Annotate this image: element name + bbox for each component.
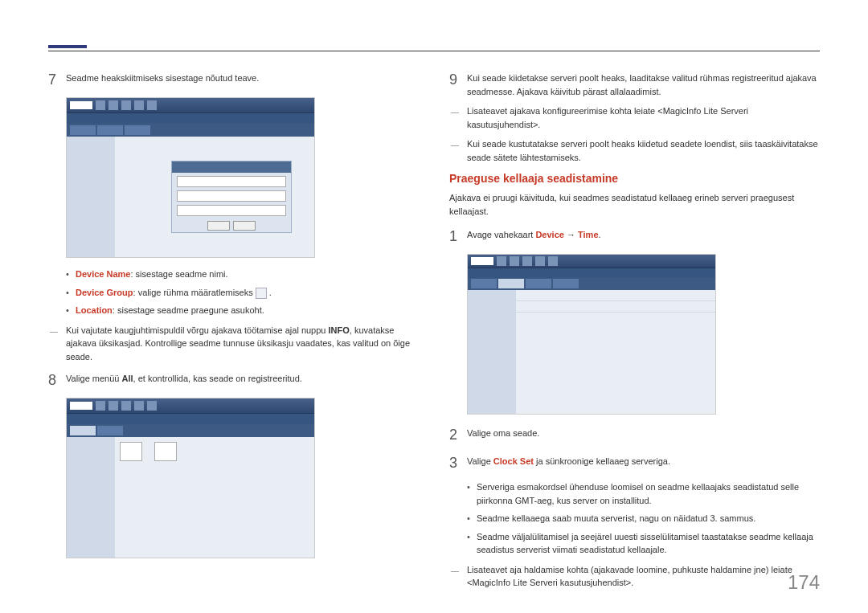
step-text: Avage vahekaart Device → Time. <box>467 226 820 247</box>
app-logo <box>70 101 92 109</box>
bullet-device-name: Device Name: sisestage seadme nimi. <box>66 268 419 281</box>
ss-sidebar <box>67 437 115 558</box>
page-content: 7 Seadme heakskiitmiseks sisestage nõutu… <box>0 0 868 613</box>
dialog-title <box>172 161 291 173</box>
step-3: 3 Valige Clock Set ja sünkroonige kellaa… <box>449 452 820 474</box>
ss-sidebar <box>67 137 115 257</box>
ss-toolbar <box>67 112 314 124</box>
ss-tab <box>471 279 497 288</box>
step-9: 9 Kui seade kiidetakse serveri poolt hea… <box>449 69 820 98</box>
ss-tabs <box>67 424 314 437</box>
ss-titlebar <box>67 398 314 413</box>
step-text: Kui seade kiidetakse serveri poolt heaks… <box>467 69 820 98</box>
toolbar-icon <box>108 100 118 110</box>
step-2: 2 Valige oma seade. <box>449 424 820 446</box>
step-number: 7 <box>48 69 66 91</box>
step-text: Valige menüü All, et kontrollida, kas se… <box>66 370 419 391</box>
ss-body <box>67 137 314 257</box>
toolbar-icon <box>134 401 144 411</box>
ss-tab <box>70 426 96 435</box>
toolbar-icon <box>522 256 532 266</box>
ss-tab <box>97 125 123 135</box>
ss-tabs <box>67 124 314 137</box>
step-text: Seadme heakskiitmiseks sisestage nõutud … <box>66 69 419 91</box>
toolbar-icon <box>96 401 105 411</box>
approve-dialog <box>171 161 292 233</box>
toolbar-icon <box>121 401 131 411</box>
header-rule <box>48 39 820 51</box>
ss-main <box>115 437 314 558</box>
ss-tab <box>70 125 96 135</box>
clock-bullets: Serveriga esmakordsel ühenduse loomisel … <box>449 480 820 557</box>
note-delete: Kui seade kustutatakse serveri poolt hea… <box>449 137 820 164</box>
step-text: Valige Clock Set ja sünkroonige kellaaeg… <box>467 452 820 474</box>
ss-tab <box>553 279 579 288</box>
screenshot-approve-dialog <box>66 97 315 258</box>
device-thumb <box>154 442 177 461</box>
field-bullets: Device Name: sisestage seadme nimi. Devi… <box>48 268 419 317</box>
ss-tab <box>97 426 123 435</box>
bullet: Seadme väljalülitamisel ja seejärel uues… <box>467 530 820 557</box>
step-7: 7 Seadme heakskiitmiseks sisestage nõutu… <box>48 69 419 91</box>
step-number: 3 <box>449 452 467 474</box>
toolbar-icon <box>497 256 506 266</box>
device-thumb <box>120 442 142 461</box>
section-intro: Ajakava ei pruugi käivituda, kui seadmes… <box>449 191 820 218</box>
step-number: 8 <box>48 370 66 391</box>
screenshot-device-time <box>467 254 716 415</box>
step-1: 1 Avage vahekaart Device → Time. <box>449 226 820 247</box>
dialog-field <box>177 190 286 202</box>
ss-titlebar <box>67 98 314 112</box>
section-heading: Praeguse kellaaja seadistamine <box>449 172 820 185</box>
ss-body <box>468 290 715 414</box>
left-column: 7 Seadme heakskiitmiseks sisestage nõutu… <box>48 69 419 596</box>
ss-main <box>516 290 715 414</box>
screenshot-all-menu <box>66 398 315 558</box>
bullet-location: Location: sisestage seadme praegune asuk… <box>66 304 419 317</box>
bullet-device-group: Device Group: valige rühma määratlemisek… <box>66 286 419 300</box>
toolbar-icon <box>96 100 105 110</box>
dialog-field <box>177 176 286 187</box>
ss-sidebar <box>468 290 516 414</box>
ss-tab <box>125 125 150 135</box>
toolbar-icon <box>108 401 118 411</box>
ss-body <box>67 437 314 558</box>
toolbar-icon <box>134 100 144 110</box>
note-config: Lisateavet ajakava konfigureerimise koht… <box>449 104 820 131</box>
toolbar-icon <box>548 256 558 266</box>
bullet: Serveriga esmakordsel ühenduse loomisel … <box>467 480 820 507</box>
bullet: Seadme kellaaega saab muuta serverist, n… <box>467 512 820 525</box>
cancel-button <box>233 221 256 231</box>
ss-tab <box>526 279 551 288</box>
toolbar-icon <box>147 401 157 411</box>
browse-icon <box>256 288 267 299</box>
header-accent <box>48 45 87 48</box>
ss-main <box>115 137 314 257</box>
ss-titlebar <box>468 255 715 268</box>
step-number: 9 <box>449 69 467 98</box>
list-row <box>516 301 715 313</box>
step-number: 2 <box>449 424 467 446</box>
app-logo <box>471 257 493 265</box>
toolbar-icon <box>147 100 157 110</box>
app-logo <box>70 402 92 410</box>
page-number: 174 <box>788 571 820 594</box>
note-info: Kui vajutate kaugjuhtimispuldil võrgu aj… <box>48 324 419 364</box>
two-column-layout: 7 Seadme heakskiitmiseks sisestage nõutu… <box>48 69 820 596</box>
ss-tab <box>498 279 524 288</box>
step-8: 8 Valige menüü All, et kontrollida, kas … <box>48 370 419 391</box>
ss-toolbar <box>468 268 715 278</box>
note-time-mgmt: Lisateavet aja haldamise kohta (ajakavad… <box>449 563 820 590</box>
ss-toolbar <box>67 413 314 424</box>
ok-button <box>207 221 230 231</box>
right-column: 9 Kui seade kiidetakse serveri poolt hea… <box>449 69 820 596</box>
step-number: 1 <box>449 226 467 247</box>
dialog-field <box>177 205 286 216</box>
dialog-buttons <box>172 221 291 231</box>
toolbar-icon <box>535 256 545 266</box>
ss-tabs <box>468 278 715 290</box>
list-row <box>516 290 715 301</box>
toolbar-icon <box>510 256 519 266</box>
step-text: Valige oma seade. <box>467 424 820 446</box>
toolbar-icon <box>121 100 131 110</box>
